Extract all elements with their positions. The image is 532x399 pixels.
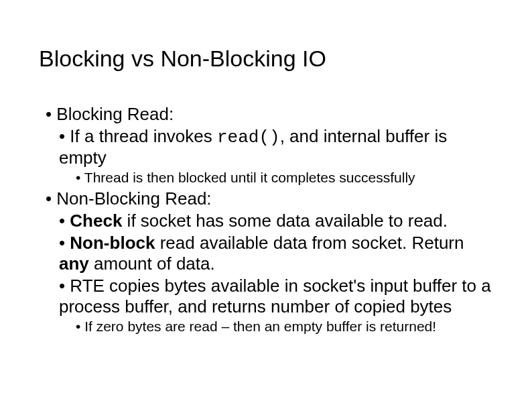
text-nonblock-bold2: any [59,253,89,274]
slide-title: Blocking vs Non-Blocking IO [39,46,493,72]
bullet-thread-blocked: Thread is then blocked until it complete… [76,170,493,186]
code-read: read() [217,127,280,148]
slide: Blocking vs Non-Blocking IO Blocking Rea… [0,0,532,399]
bullet-nonblocking-read: Non-Blocking Read: [46,188,493,209]
bullet-if-thread: If a thread invokes read(), and internal… [59,126,493,168]
text-if-thread-pre: If a thread invokes [70,126,217,146]
text-check-bold: Check [70,211,122,231]
bullet-zero-bytes: If zero bytes are read – then an empty b… [76,319,493,335]
bullet-rte: RTE copies bytes available in socket's i… [59,276,493,317]
text-nonblock-rest: amount of data. [89,253,215,274]
text-nonblock-bold1: Non-block [70,233,155,253]
bullet-check: Check if socket has some data available … [59,211,493,231]
text-check-rest: if socket has some data available to rea… [122,211,448,231]
bullet-nonblock: Non-block read available data from socke… [59,233,493,274]
bullet-blocking-read: Blocking Read: [46,104,493,125]
text-nonblock-mid: read available data from socket. Return [155,233,464,253]
